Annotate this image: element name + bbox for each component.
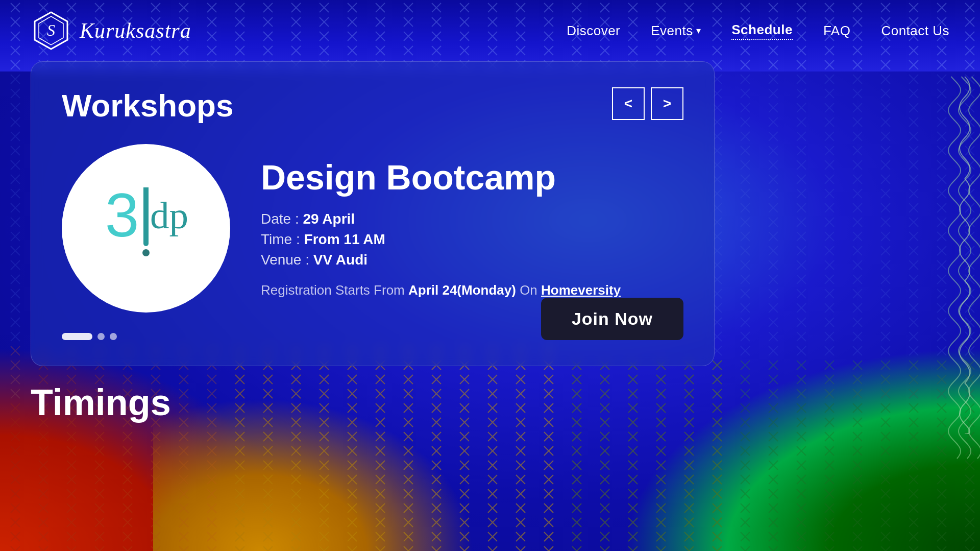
dot-2[interactable]: [97, 333, 105, 340]
event-name: Design Bootcamp: [261, 158, 683, 197]
event-info: Design Bootcamp Date : 29 April Time : F…: [261, 158, 683, 298]
nav-discover[interactable]: Discover: [567, 23, 620, 39]
reg-date: April 24(Monday): [408, 282, 516, 298]
nav-links: Discover Events ▾ Schedule FAQ Contact U…: [567, 22, 949, 40]
event-logo-text: 3 dp: [105, 187, 187, 269]
svg-text:dp: dp: [150, 194, 187, 236]
event-time-line: Time : From 11 AM: [261, 231, 683, 248]
logo-area[interactable]: S Kuruksastra: [31, 10, 191, 51]
nav-schedule[interactable]: Schedule: [731, 22, 793, 40]
card-body: 3 dp Design: [62, 144, 683, 313]
main-content: Workshops < > 3: [0, 61, 980, 366]
reg-mid: On: [516, 282, 541, 298]
event-logo: 3 dp: [62, 144, 230, 313]
svg-text:S: S: [47, 21, 55, 39]
dropdown-chevron: ▾: [696, 25, 701, 36]
event-venue-line: Venue : VV Audi: [261, 252, 683, 268]
dot-3[interactable]: [110, 333, 117, 340]
next-button[interactable]: >: [651, 87, 683, 120]
timings-title: Timings: [31, 381, 949, 423]
venue-label: Venue :: [261, 252, 309, 268]
card-navigation: < >: [612, 87, 683, 120]
section-title: Workshops: [62, 87, 683, 124]
join-now-button[interactable]: Join Now: [541, 298, 683, 340]
date-value: 29 April: [303, 211, 355, 227]
reg-prefix: Registration Starts From: [261, 282, 408, 298]
timings-section: Timings: [0, 366, 980, 423]
navbar: S Kuruksastra Discover Events ▾ Schedule…: [0, 0, 980, 61]
dot-1[interactable]: [62, 333, 92, 340]
date-label: Date :: [261, 211, 299, 227]
venue-value: VV Audi: [313, 252, 368, 268]
time-label: Time :: [261, 231, 300, 247]
nav-faq[interactable]: FAQ: [823, 23, 851, 39]
time-value: From 11 AM: [304, 231, 385, 247]
prev-button[interactable]: <: [612, 87, 645, 120]
reg-link[interactable]: Homeversity: [541, 282, 621, 298]
svg-point-4: [142, 249, 150, 256]
workshop-card: Workshops < > 3: [31, 61, 715, 366]
registration-info: Registration Starts From April 24(Monday…: [261, 282, 683, 298]
brand-name: Kuruksastra: [80, 18, 191, 43]
nav-events[interactable]: Events ▾: [651, 23, 701, 39]
brand-logo-icon: S: [31, 10, 71, 51]
event-details: Date : 29 April Time : From 11 AM Venue …: [261, 211, 683, 268]
event-date-line: Date : 29 April: [261, 211, 683, 227]
nav-contact[interactable]: Contact Us: [881, 23, 949, 39]
